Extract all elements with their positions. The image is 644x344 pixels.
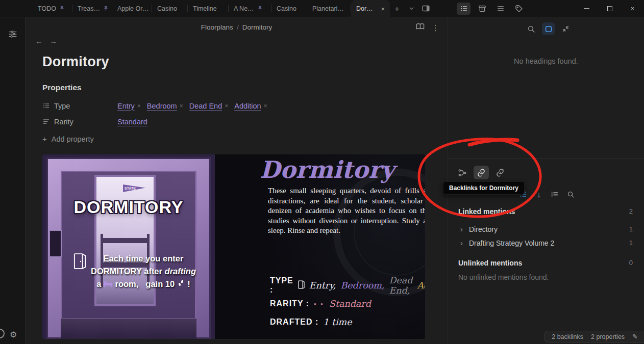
tab-casino[interactable]: Casino — [152, 0, 188, 17]
tab-a-new[interactable]: A Ne… — [229, 0, 271, 17]
search-filter-icon[interactable] — [565, 189, 576, 200]
outline-pane-icon[interactable] — [542, 22, 555, 35]
note-editor: Dormitory Properties Type Entry× Bedroom… — [26, 40, 448, 339]
status-backlinks[interactable]: 2 backlinks — [552, 333, 583, 340]
settings-gear-icon[interactable]: ⚙ — [10, 330, 17, 339]
pin-icon — [257, 6, 263, 11]
collapse-pane-icon[interactable] — [559, 22, 572, 35]
forward-button[interactable]: → — [49, 37, 57, 45]
unlinked-empty-message: No unlinked mentions found. — [448, 273, 644, 281]
status-properties[interactable]: 2 properties — [591, 333, 625, 340]
align-left-icon — [42, 118, 50, 125]
property-row-type: Type Entry× Bedroom× Dead End× Addition× — [42, 98, 448, 114]
edit-pencil-icon[interactable]: ✎ — [632, 333, 638, 340]
effect-line-2: DORMITORY after drafting — [91, 265, 196, 278]
add-property-button[interactable]: + Add property — [42, 135, 448, 143]
new-tab-button[interactable]: + — [390, 0, 404, 17]
tab-apple-orchard[interactable]: Apple Or… — [112, 0, 152, 17]
note-title[interactable]: Dormitory — [42, 54, 448, 70]
maximize-button[interactable] — [598, 0, 621, 17]
tab-list-chevron-icon[interactable] — [404, 0, 418, 17]
plus-icon: + — [42, 135, 47, 143]
backlinks-pane-icons — [455, 166, 508, 179]
minimize-button[interactable] — [575, 0, 598, 17]
sliders-icon[interactable] — [8, 30, 17, 41]
properties-heading[interactable]: Properties — [42, 83, 448, 92]
tab-planetarium[interactable]: Planetari… — [307, 0, 351, 17]
show-context-icon[interactable] — [549, 189, 560, 200]
list-icon[interactable] — [493, 3, 507, 15]
property-link-entry[interactable]: Entry — [117, 102, 135, 110]
titlebar-actions — [457, 0, 526, 17]
mention-item-directory[interactable]: › Directory 1 — [448, 222, 644, 236]
connections-icon[interactable] — [455, 166, 470, 179]
sort-order-icon[interactable]: ↓ — [533, 189, 544, 200]
backlinks-icon[interactable] — [474, 166, 489, 179]
tab-treasure[interactable]: Treas… — [72, 0, 112, 17]
property-row-rarity: Rarity Standard — [42, 114, 448, 129]
archive-icon[interactable] — [475, 3, 489, 15]
bullet-list-icon[interactable] — [457, 3, 470, 15]
close-button[interactable]: × — [621, 0, 644, 17]
toggle-panel-icon[interactable] — [418, 0, 433, 17]
card-effect-block: Each time you enter DORMITORY after draf… — [56, 252, 214, 290]
card-text-panel: Dormitory These small sleeping quarters,… — [215, 154, 425, 339]
property-link-bedroom[interactable]: Bedroom — [147, 102, 177, 110]
tab-label: Apple Or… — [117, 5, 149, 12]
backlinks-tooltip: Backlinks for Dormitory — [443, 181, 525, 195]
property-key-rarity[interactable]: Rarity — [42, 118, 117, 126]
property-key-type[interactable]: Type — [42, 102, 117, 110]
stat-row-rarity: RARITY : ● ● Standard — [270, 298, 425, 310]
stat-row-type: TYPE : Entry, Bedroom, Dead End, Additio… — [270, 279, 425, 292]
unlinked-mentions-count: 0 — [629, 259, 633, 267]
property-link-addition[interactable]: Addition — [234, 102, 261, 110]
tab-label: Casino — [157, 5, 177, 12]
moon-icon[interactable] — [0, 329, 5, 338]
pane-divider — [448, 158, 644, 158]
breadcrumb: Floorplans/Dormitory — [26, 23, 448, 31]
tab-label: Dor… — [356, 5, 373, 12]
linked-mentions-count: 2 — [629, 207, 633, 215]
chevron-right-icon[interactable]: › — [460, 239, 469, 247]
pin-icon — [59, 6, 65, 11]
unlinked-mentions-header: Unlinked mentions 0 — [448, 258, 644, 267]
svg-text:STATE: STATE — [125, 187, 136, 190]
mention-item-drafting-strategy[interactable]: › Drafting Strategy Volume 2 1 — [448, 236, 644, 250]
stat-row-drafted: DRAFTED : 1 time — [270, 316, 425, 328]
window-controls: × — [575, 0, 644, 17]
remove-value-icon[interactable]: × — [264, 102, 267, 110]
sidebar-header-icons — [525, 22, 572, 35]
remove-value-icon[interactable]: × — [180, 102, 183, 110]
tab-todo[interactable]: TODO — [33, 0, 72, 17]
pin-icon — [103, 6, 109, 11]
rarity-dots-icon: ● ● — [314, 302, 325, 306]
mention-list: › Directory 1 › Drafting Strategy Volume… — [448, 222, 644, 250]
back-button[interactable]: ← — [35, 37, 43, 45]
status-bar: 2 backlinks 2 properties ✎ — [544, 331, 644, 342]
remove-value-icon[interactable]: × — [225, 102, 228, 110]
tab-label: Treas… — [78, 5, 100, 12]
bunk-bed-silhouette — [102, 238, 148, 243]
tab-close-icon[interactable]: × — [379, 5, 385, 13]
property-name: Type — [54, 102, 70, 110]
breadcrumb-parent[interactable]: Floorplans — [201, 23, 233, 31]
tags-icon[interactable] — [512, 3, 526, 15]
tab-bar: TODO Treas… Apple Or… Casino Timeline A … — [33, 0, 433, 17]
card-stats: TYPE : Entry, Bedroom, Dead End, Additio… — [270, 279, 425, 334]
tab-dormitory-active[interactable]: Dor… × — [351, 0, 390, 17]
card-description: These small sleeping quarters, devoid of… — [268, 186, 425, 236]
outgoing-links-icon[interactable] — [492, 166, 508, 179]
tab-casino-2[interactable]: Casino — [271, 0, 307, 17]
chevron-right-icon[interactable]: › — [460, 225, 469, 233]
reading-view-icon[interactable] — [416, 22, 425, 33]
more-options-icon[interactable]: ⋮ — [432, 23, 439, 33]
tab-label: TODO — [38, 5, 56, 12]
search-icon[interactable] — [525, 22, 537, 35]
property-link-dead-end[interactable]: Dead End — [189, 102, 222, 110]
property-link-standard[interactable]: Standard — [117, 118, 147, 126]
breadcrumb-current[interactable]: Dormitory — [242, 23, 273, 31]
remove-value-icon[interactable]: × — [137, 102, 141, 110]
room-floor — [61, 319, 196, 339]
maximize-icon — [607, 6, 612, 11]
tab-timeline[interactable]: Timeline — [188, 0, 229, 17]
